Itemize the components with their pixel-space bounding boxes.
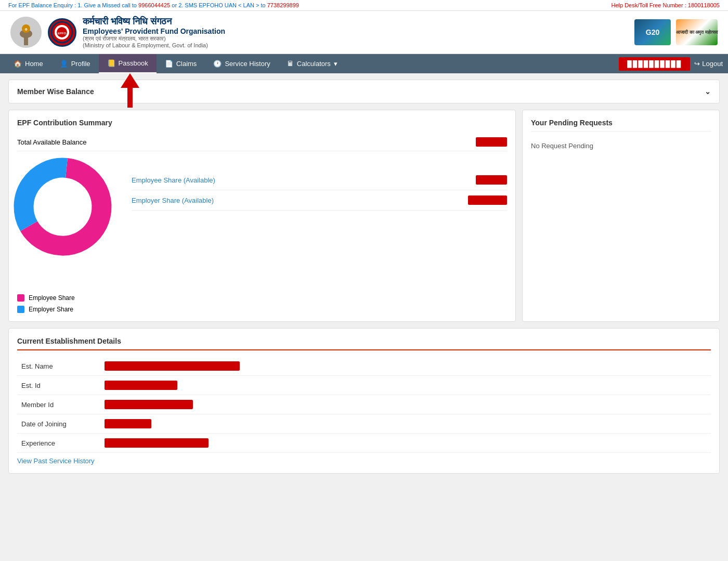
- navbar: 🏠 Home 👤 Profile 📒 Passbook 📄 Claims 🕐 S…: [0, 54, 728, 73]
- employer-share-label[interactable]: Employer Share (Available): [132, 197, 214, 204]
- redacted-value: [105, 400, 193, 409]
- org-english-name: Employees' Provident Fund Organisation: [83, 27, 225, 35]
- user-icon: 👤: [60, 60, 68, 68]
- document-icon: 📄: [165, 60, 173, 68]
- header-right: G20 आजादी का अमृत महोत्सव: [634, 19, 718, 45]
- nav-claims[interactable]: 📄 Claims: [157, 55, 205, 73]
- establishment-field-label: Experience: [17, 434, 100, 453]
- establishment-row: Est. Id: [17, 376, 711, 395]
- svg-text:☸: ☸: [24, 28, 28, 31]
- top-bar-left: For EPF Balance Enquiry : 1. Give a Miss…: [8, 2, 299, 8]
- establishment-field-value: [100, 357, 711, 376]
- content-grid: EPF Contribution Summary Total Available…: [8, 110, 720, 322]
- org-hindi-name: कर्मचारी भविष्य निधि संगठन: [83, 16, 225, 27]
- donut-chart: Employee Share Employer Share: [17, 158, 116, 313]
- ministry-english: (Ministry of Labour & Employment, Govt. …: [83, 42, 225, 48]
- top-bar-right: Help Desk/Toll Free Number : 1800118005: [611, 2, 720, 8]
- legend-employee-share: Employee Share: [17, 294, 116, 302]
- no-request-text: No Request Pending: [531, 138, 711, 154]
- history-icon: 🕐: [213, 60, 222, 68]
- employee-share-label[interactable]: Employee Share (Available): [132, 176, 215, 184]
- establishment-field-label: Member Id: [17, 395, 100, 414]
- header: ☸ EPFO कर्मचारी भविष्य निधि संगठन Employ…: [0, 11, 728, 54]
- book-icon: 📒: [107, 59, 115, 67]
- svg-point-8: [42, 182, 92, 232]
- employer-share-color: [17, 306, 24, 313]
- ministry-hindi: (श्रम एवं रोजगार मंत्रालय, भारत सरकार): [83, 35, 225, 42]
- establishment-field-label: Date of Joining: [17, 414, 100, 434]
- establishment-field-value: [100, 434, 711, 453]
- pending-requests-title: Your Pending Requests: [531, 119, 711, 132]
- establishment-row: Experience: [17, 434, 711, 453]
- nav-service-history[interactable]: 🕐 Service History: [205, 55, 278, 73]
- establishment-details-card: Current Establishment Details Est. NameE…: [8, 328, 720, 474]
- chevron-down-icon: ⌄: [705, 87, 711, 96]
- establishment-field-value: [100, 395, 711, 414]
- establishment-title: Current Establishment Details: [17, 337, 711, 350]
- establishment-table: Est. NameEst. IdMember IdDate of Joining…: [17, 357, 711, 453]
- view-past-service-link[interactable]: View Past Service History: [17, 457, 95, 465]
- redacted-value: [105, 438, 209, 448]
- total-balance-value: [476, 137, 507, 147]
- redacted-value: [105, 361, 240, 371]
- establishment-field-value: [100, 414, 711, 434]
- amrit-badge: आजादी का अमृत महोत्सव: [676, 19, 718, 45]
- member-wise-balance-section[interactable]: Member Wise Balance ⌄: [8, 80, 720, 103]
- logout-icon: ↪: [694, 60, 700, 68]
- establishment-row: Date of Joining: [17, 414, 711, 434]
- phone1-link[interactable]: 9966044425: [138, 2, 170, 8]
- nav-passbook[interactable]: 📒 Passbook: [99, 54, 157, 73]
- epf-summary-title: EPF Contribution Summary: [17, 119, 507, 127]
- redacted-value: [105, 381, 177, 390]
- establishment-row: Est. Name: [17, 357, 711, 376]
- epfo-logo: EPFO: [48, 18, 76, 47]
- user-badge: ██████████: [619, 57, 690, 71]
- chart-area: Employee Share Employer Share Employee S…: [17, 158, 507, 313]
- member-wise-balance-title: Member Wise Balance: [17, 87, 94, 96]
- employer-share-row: Employer Share (Available): [132, 190, 507, 211]
- employee-share-row: Employee Share (Available): [132, 170, 507, 190]
- establishment-field-label: Est. Name: [17, 357, 100, 376]
- org-name: कर्मचारी भविष्य निधि संगठन Employees' Pr…: [83, 16, 225, 48]
- logout-area: ██████████ ↪ Logout: [619, 57, 723, 71]
- pending-requests-card: Your Pending Requests No Request Pending: [522, 110, 720, 322]
- establishment-field-value: [100, 376, 711, 395]
- top-bar: For EPF Balance Enquiry : 1. Give a Miss…: [0, 0, 728, 11]
- main-content: Member Wise Balance ⌄ EPF Contribution S…: [0, 73, 728, 480]
- header-left: ☸ EPFO कर्मचारी भविष्य निधि संगठन Employ…: [10, 16, 225, 48]
- chevron-down-icon: ▾: [334, 60, 337, 68]
- establishment-row: Member Id: [17, 395, 711, 414]
- nav-home[interactable]: 🏠 Home: [5, 55, 51, 73]
- logout-button[interactable]: ↪ Logout: [694, 60, 723, 68]
- total-balance-row: Total Available Balance: [17, 133, 507, 151]
- home-icon: 🏠: [14, 60, 22, 68]
- employee-share-value: [476, 175, 507, 185]
- employer-share-value: [468, 195, 507, 205]
- redacted-value: [105, 419, 151, 428]
- establishment-field-label: Est. Id: [17, 376, 100, 395]
- nav-calculators[interactable]: 🖩 Calculators ▾: [279, 55, 346, 73]
- svg-text:EPFO: EPFO: [58, 32, 67, 35]
- calculator-icon: 🖩: [287, 60, 294, 68]
- phone2-link[interactable]: 7738299899: [267, 2, 299, 8]
- employee-share-color: [17, 294, 24, 302]
- share-rows: Employee Share (Available) Employer Shar…: [132, 170, 507, 211]
- legend-employer-share: Employer Share: [17, 306, 116, 313]
- epf-summary-card: EPF Contribution Summary Total Available…: [8, 110, 516, 322]
- ashoka-pillar-logo: ☸: [10, 17, 42, 48]
- chart-legend: Employee Share Employer Share: [17, 294, 116, 313]
- total-balance-label: Total Available Balance: [17, 138, 86, 146]
- nav-profile[interactable]: 👤 Profile: [51, 55, 99, 73]
- g20-badge: G20: [634, 19, 671, 45]
